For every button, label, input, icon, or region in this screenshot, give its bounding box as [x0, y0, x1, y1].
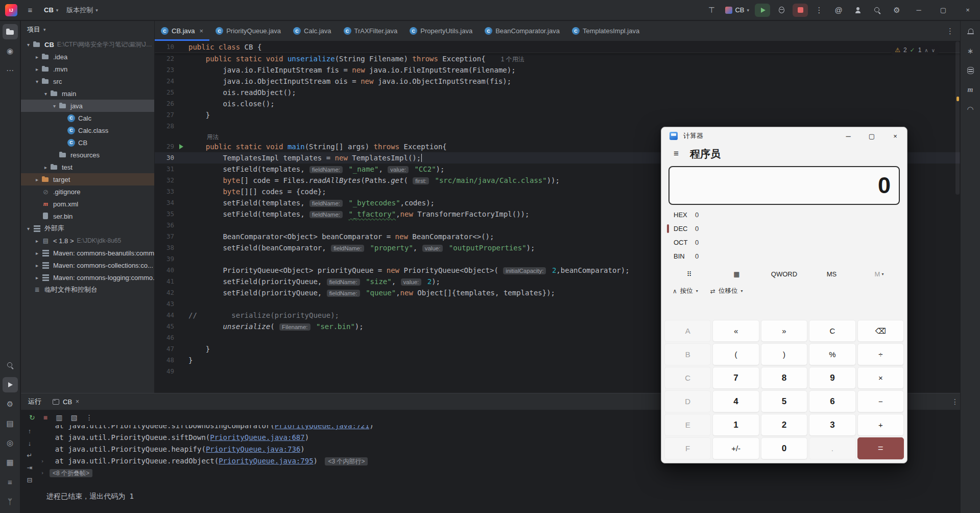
tree-item-ser-bin[interactable]: ser.bin: [21, 210, 154, 222]
line-number[interactable]: 23: [155, 64, 174, 76]
close-icon[interactable]: ×: [76, 398, 79, 405]
tab-beancomparator-java[interactable]: CBeanComparator.java: [479, 21, 566, 41]
tree-item-maven-commons-logging-commo[interactable]: ▸Maven: commons-logging:commo...: [21, 271, 154, 284]
inlay-hint[interactable]: value:: [422, 245, 443, 252]
word-size-button[interactable]: QWORD: [760, 265, 808, 283]
tree-item-java[interactable]: ▾java: [21, 100, 154, 112]
services-icon[interactable]: ▦: [3, 455, 18, 470]
code-line[interactable]: 10public class CB {: [155, 41, 960, 53]
code-with-me-icon[interactable]: [849, 3, 867, 17]
debug-tool-icon[interactable]: ◎: [3, 435, 18, 451]
inspections-widget[interactable]: ⚠ 2 ✓ 1 ∧ ∨: [890, 45, 940, 55]
rerun-icon[interactable]: ↻: [29, 413, 35, 422]
tab-calc-java[interactable]: CCalc.java: [287, 21, 337, 41]
inlay-hint[interactable]: first:: [413, 177, 429, 184]
stop-button[interactable]: [793, 4, 808, 17]
calc-key-8[interactable]: 8: [761, 367, 807, 389]
calc-key-9[interactable]: 9: [809, 367, 855, 389]
commit-icon[interactable]: ◉: [3, 43, 18, 59]
stacktrace-link[interactable]: PriorityQueue.java:687: [210, 433, 304, 441]
calc-key-lsh[interactable]: «: [712, 320, 759, 342]
calc-key-percent[interactable]: %: [809, 343, 855, 365]
calc-key-multiply[interactable]: ×: [857, 367, 904, 389]
run-line-icon[interactable]: [179, 144, 183, 149]
plugin-icon[interactable]: ⊤: [702, 3, 721, 17]
line-number[interactable]: 30: [155, 152, 174, 164]
notifications-icon[interactable]: [963, 24, 978, 39]
tab-priorityqueue-java[interactable]: CPriorityQueue.java: [209, 21, 287, 41]
main-menu-icon[interactable]: ≡: [21, 3, 39, 17]
stack-down-icon[interactable]: ↓: [28, 439, 32, 447]
fold-chip[interactable]: <8 个折叠帧>: [50, 469, 92, 477]
calc-key-backspace[interactable]: ⌫: [857, 320, 904, 342]
minimize-button[interactable]: ─: [906, 0, 931, 20]
terminal-icon[interactable]: ▤: [3, 416, 18, 431]
line-number[interactable]: 38: [155, 242, 174, 253]
inlay-hint[interactable]: value:: [401, 278, 422, 286]
next-problem-icon[interactable]: ∨: [931, 48, 935, 53]
stacktrace-link[interactable]: PriorityQueue.java:736: [206, 445, 300, 453]
tree-item-cb[interactable]: ▾CBE:\CTF\网络安全学习笔记\漏洞\Jav...: [21, 38, 154, 51]
at-icon[interactable]: @: [829, 3, 848, 17]
line-number[interactable]: 28: [155, 121, 174, 132]
tree-item-calc[interactable]: CCalc: [21, 112, 154, 124]
tree-item-临时文件和控制台[interactable]: ≣临时文件和控制台: [21, 284, 154, 296]
line-number[interactable]: 26: [155, 98, 174, 109]
clear-console-icon[interactable]: ⊟: [27, 476, 33, 484]
inlay-hint[interactable]: initialCapacity:: [503, 267, 546, 274]
radix-row-dec[interactable]: DEC0: [661, 222, 907, 236]
tab-cb-java[interactable]: CCB.java×: [155, 21, 209, 41]
debug-button[interactable]: [772, 3, 791, 17]
maximize-button[interactable]: ▢: [931, 0, 955, 20]
calc-key-minus[interactable]: −: [857, 390, 904, 412]
calc-close-button[interactable]: ×: [883, 127, 907, 145]
inlay-hint[interactable]: fieldName:: [327, 278, 360, 286]
line-number[interactable]: 31: [155, 164, 174, 175]
calc-key-equals[interactable]: =: [857, 437, 904, 459]
line-number[interactable]: 22: [155, 53, 174, 64]
search-icon[interactable]: [3, 358, 18, 373]
project-widget[interactable]: CB ▾: [40, 3, 62, 17]
line-number[interactable]: 34: [155, 197, 174, 208]
warning-stripe-mark[interactable]: [957, 97, 959, 101]
line-number[interactable]: 40: [155, 265, 174, 276]
code-line[interactable]: 23 java.io.FileInputStream fis = new jav…: [155, 64, 960, 76]
tree-item-maven-commons-collections-co[interactable]: ▸Maven: commons-collections:co...: [21, 259, 154, 271]
search-everywhere-icon[interactable]: [868, 3, 887, 17]
calc-key-6[interactable]: 6: [809, 390, 855, 412]
more-tool-windows-icon[interactable]: ⋯: [3, 63, 18, 78]
inlay-hint[interactable]: fieldName:: [327, 290, 360, 297]
calc-key-5[interactable]: 5: [761, 390, 807, 412]
radix-row-oct[interactable]: OCT0: [661, 236, 907, 249]
calc-key-2[interactable]: 2: [761, 414, 807, 436]
radix-row-hex[interactable]: HEX0: [661, 208, 907, 222]
calc-key-0[interactable]: 0: [761, 437, 807, 459]
run-tab[interactable]: CB ×: [53, 398, 79, 406]
git-icon[interactable]: ᛘ: [3, 494, 18, 509]
memory-store-button[interactable]: MS: [808, 265, 855, 283]
bitwise-menu-button[interactable]: ∧ 按位 ▾: [667, 284, 703, 298]
project-icon[interactable]: [3, 24, 18, 39]
run-tool-icon[interactable]: [3, 377, 18, 392]
tree-item-src[interactable]: ▾src: [21, 75, 154, 87]
calc-key-rsh[interactable]: »: [761, 320, 807, 342]
console-fold-icon[interactable]: ›: [38, 467, 46, 479]
calc-key-1[interactable]: 1: [712, 414, 759, 436]
tree-item-main[interactable]: ▾main: [21, 87, 154, 100]
line-number[interactable]: 27: [155, 109, 174, 121]
code-line[interactable]: 24 java.io.ObjectInputStream ois = new j…: [155, 76, 960, 87]
line-number[interactable]: 46: [155, 332, 174, 343]
bit-keypad-toggle[interactable]: ▦: [713, 265, 760, 283]
prev-problem-icon[interactable]: ∧: [924, 48, 928, 53]
line-number[interactable]: [155, 132, 174, 141]
console-fold-icon[interactable]: ›: [38, 455, 46, 467]
tree-item-1-8[interactable]: ▸▤< 1.8 >E:\JDK\jdk-8u65: [21, 235, 154, 247]
close-icon[interactable]: ×: [200, 27, 204, 35]
fold-chip[interactable]: <3 个内部行>: [325, 457, 368, 465]
code-line[interactable]: 22 public static void unserialize(String…: [155, 53, 960, 64]
database-icon[interactable]: [963, 63, 978, 78]
stacktrace-link[interactable]: PriorityQueue.java:795: [219, 457, 313, 465]
stop-icon[interactable]: ■: [43, 413, 47, 422]
calc-key-negate[interactable]: +/-: [712, 437, 759, 459]
stack-up-icon[interactable]: ↑: [28, 427, 32, 435]
